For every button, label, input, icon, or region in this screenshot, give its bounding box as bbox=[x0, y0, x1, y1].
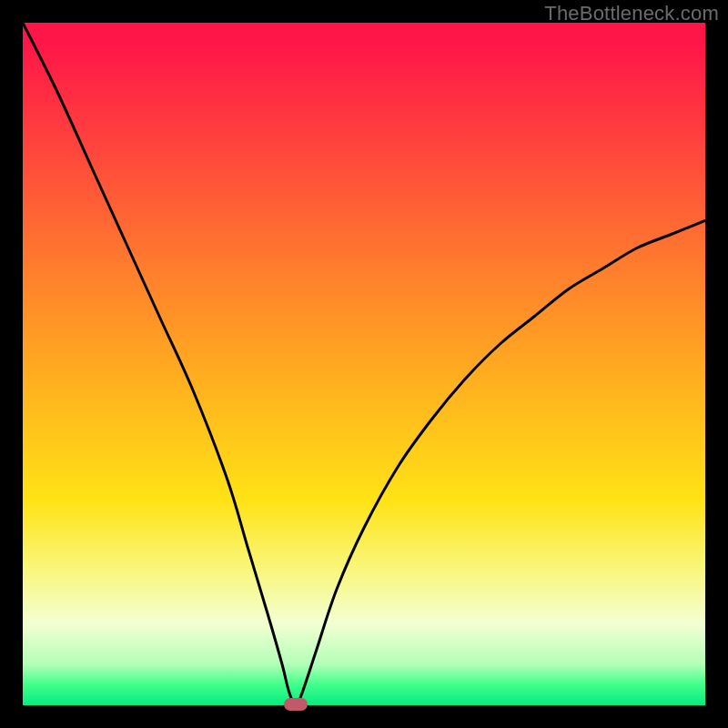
bottleneck-curve bbox=[23, 23, 705, 705]
plot-area bbox=[23, 23, 705, 705]
watermark-label: TheBottleneck.com bbox=[544, 2, 719, 25]
chart-frame: TheBottleneck.com bbox=[0, 0, 728, 728]
optimal-point-marker bbox=[284, 698, 308, 711]
